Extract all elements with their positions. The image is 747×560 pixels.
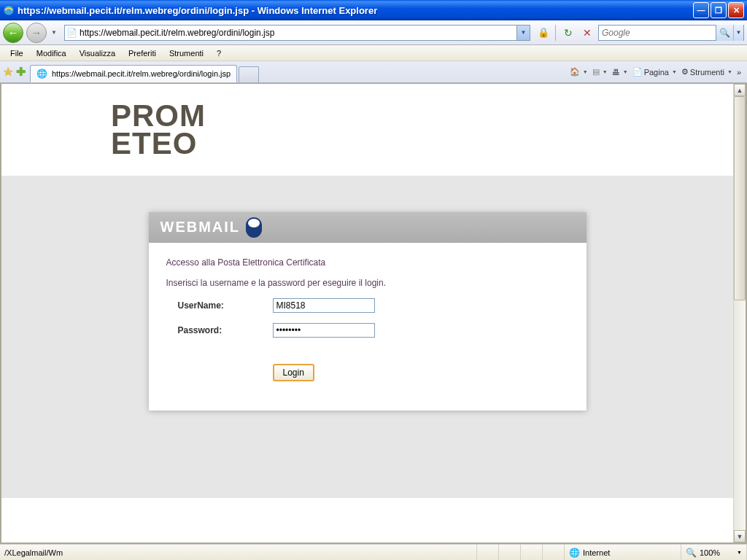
tab-bar: ★ ✚ 🌐 https://webmail.pecit.it/relm.webr… <box>0 61 747 83</box>
forward-button[interactable]: → <box>26 23 47 43</box>
window-titlebar: https://webmail.pecit.it/relm.webreg/ord… <box>0 0 747 20</box>
back-button[interactable]: ← <box>3 23 23 43</box>
search-bar[interactable]: 🔍 ▼ <box>598 25 744 41</box>
search-provider-dropdown[interactable]: ▼ <box>733 25 743 41</box>
refresh-button[interactable]: ↻ <box>560 25 576 41</box>
page-icon: 📄 <box>632 67 643 77</box>
address-input[interactable] <box>78 28 516 38</box>
home-icon: 🏠 <box>570 67 580 77</box>
menu-bar: File Modifica Visualizza Preferiti Strum… <box>0 45 747 61</box>
menu-favorites[interactable]: Preferiti <box>123 47 162 59</box>
favorites-icon[interactable]: ★ <box>3 65 13 79</box>
ie-icon: 🌐 <box>36 69 47 79</box>
menu-tools[interactable]: Strumenti <box>163 47 209 59</box>
ie-icon <box>3 4 15 16</box>
address-dropdown[interactable]: ▼ <box>516 26 530 40</box>
tools-menu[interactable]: ⚙Strumenti▼ <box>681 67 732 77</box>
feeds-button[interactable]: ▤▼ <box>592 67 608 77</box>
menu-edit[interactable]: Modifica <box>31 47 72 59</box>
separator <box>555 25 556 41</box>
page-icon: 📄 <box>65 28 78 38</box>
print-button[interactable]: 🖶▼ <box>612 68 628 77</box>
browser-tab[interactable]: 🌐 https://webmail.pecit.it/relm.webreg/o… <box>30 65 237 82</box>
home-button[interactable]: 🏠▼ <box>570 67 588 77</box>
maximize-button[interactable]: ❐ <box>711 2 727 18</box>
window-title: https://webmail.pecit.it/relm.webreg/ord… <box>18 5 693 16</box>
print-icon: 🖶 <box>612 68 620 77</box>
gear-icon: ⚙ <box>681 67 689 77</box>
search-input[interactable] <box>599 28 716 38</box>
menu-help[interactable]: ? <box>211 47 227 59</box>
new-tab-button[interactable] <box>239 66 259 82</box>
nav-history-dropdown[interactable]: ▼ <box>50 28 58 38</box>
lock-icon[interactable]: 🔒 <box>536 27 551 38</box>
tab-label: https://webmail.pecit.it/relm.webreg/ord… <box>52 69 231 78</box>
navigation-toolbar: ← → ▼ 📄 ▼ 🔒 ↻ ✕ 🔍 ▼ <box>0 20 747 45</box>
minimize-button[interactable]: — <box>693 2 709 18</box>
close-button[interactable]: ✕ <box>728 2 744 18</box>
search-button[interactable]: 🔍 <box>716 25 733 41</box>
toolbar-overflow[interactable]: » <box>737 68 741 77</box>
menu-file[interactable]: File <box>4 47 29 59</box>
add-favorite-icon[interactable]: ✚ <box>16 65 26 79</box>
page-menu[interactable]: 📄Pagina▼ <box>632 67 677 77</box>
rss-icon: ▤ <box>592 67 600 77</box>
stop-button[interactable]: ✕ <box>579 25 595 41</box>
address-bar[interactable]: 📄 ▼ <box>64 25 530 41</box>
menu-view[interactable]: Visualizza <box>74 47 121 59</box>
